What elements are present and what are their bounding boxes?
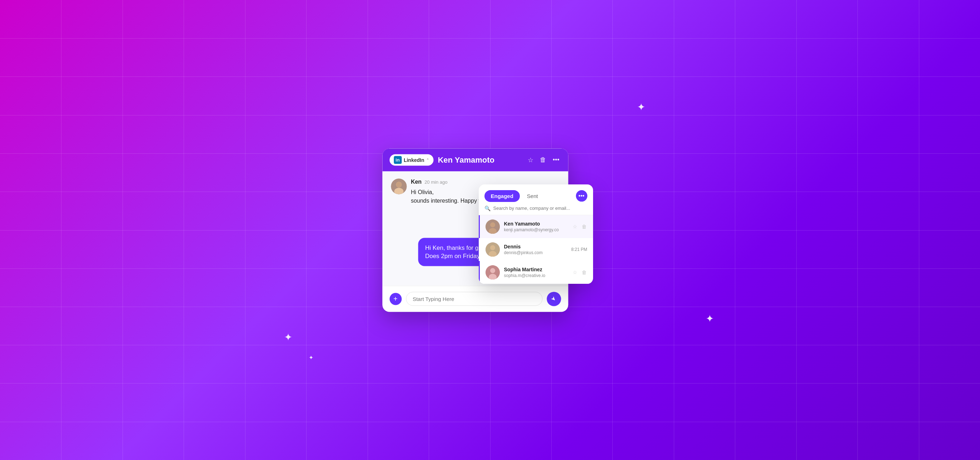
contact-item-sophia[interactable]: Sophia Martinez sophia.m@creative.io ☆ 🗑 bbox=[479, 261, 593, 284]
contact-avatar-sophia bbox=[485, 265, 500, 280]
svg-point-8 bbox=[490, 222, 495, 227]
avatar-ken bbox=[391, 178, 407, 194]
contact-item-dennis[interactable]: Dennis dennis@pinkus.com 8:21 PM bbox=[479, 238, 593, 261]
contact-time-dennis: 8:21 PM bbox=[571, 247, 587, 252]
delete-contact-button[interactable]: 🗑 bbox=[581, 223, 587, 230]
contact-avatar-dennis bbox=[485, 242, 500, 256]
contact-avatar-ken bbox=[485, 220, 500, 234]
star-button[interactable]: ☆ bbox=[526, 154, 535, 165]
contacts-header: Engaged Sent ••• bbox=[479, 185, 593, 202]
contacts-search-bar: 🔍 bbox=[479, 202, 593, 215]
chat-input-area: + ➤ bbox=[382, 286, 568, 312]
send-button[interactable]: ➤ bbox=[547, 292, 561, 306]
contact-email: kenji.yamamoto@synergy.co bbox=[504, 227, 568, 232]
contacts-more-button[interactable]: ••• bbox=[576, 190, 587, 202]
more-options-button[interactable]: ••• bbox=[551, 155, 561, 165]
chevron-down-icon: ⌃ bbox=[426, 158, 429, 162]
contacts-panel: Engaged Sent ••• 🔍 Ken Yamamoto kenji.ya… bbox=[479, 185, 593, 284]
star-contact-button[interactable]: ☆ bbox=[572, 269, 578, 276]
search-input[interactable] bbox=[493, 205, 587, 211]
contact-name: Ken Yamamoto bbox=[504, 221, 568, 227]
contact-info-sophia: Sophia Martinez sophia.m@creative.io bbox=[504, 267, 568, 278]
sparkle-decoration: ✦ bbox=[309, 354, 313, 361]
contact-email: sophia.m@creative.io bbox=[504, 273, 568, 278]
delete-contact-button[interactable]: 🗑 bbox=[581, 269, 587, 276]
svg-point-3 bbox=[396, 181, 402, 187]
contact-info-ken: Ken Yamamoto kenji.yamamoto@synergy.co bbox=[504, 221, 568, 232]
delete-button[interactable]: 🗑 bbox=[538, 155, 548, 165]
contact-info-dennis: Dennis dennis@pinkus.com bbox=[504, 244, 567, 255]
message-input[interactable] bbox=[406, 292, 542, 306]
add-attachment-button[interactable]: + bbox=[390, 293, 402, 305]
contact-name: Sophia Martinez bbox=[504, 267, 568, 272]
search-icon: 🔍 bbox=[484, 205, 490, 211]
message-sender-name: Ken bbox=[411, 178, 422, 185]
header-actions: ☆ 🗑 ••• bbox=[526, 154, 561, 165]
contact-actions-sophia: ☆ 🗑 bbox=[572, 269, 587, 276]
linkedin-icon: in bbox=[394, 156, 402, 164]
platform-selector[interactable]: in LinkedIn ⌃ bbox=[390, 154, 434, 166]
sparkle-decoration: ✦ bbox=[284, 331, 292, 343]
tab-sent[interactable]: Sent bbox=[523, 190, 542, 202]
send-icon: ➤ bbox=[550, 295, 558, 303]
sparkle-decoration: ✦ bbox=[637, 101, 645, 113]
contact-item-ken[interactable]: Ken Yamamoto kenji.yamamoto@synergy.co ☆… bbox=[479, 215, 593, 238]
chat-header: in LinkedIn ⌃ Ken Yamamoto ☆ 🗑 ••• bbox=[382, 148, 568, 171]
tab-engaged[interactable]: Engaged bbox=[484, 190, 520, 202]
svg-point-14 bbox=[490, 268, 495, 273]
platform-label: LinkedIn bbox=[404, 157, 425, 162]
chat-title: Ken Yamamoto bbox=[438, 155, 522, 164]
plus-icon: + bbox=[393, 295, 398, 303]
contact-email: dennis@pinkus.com bbox=[504, 250, 567, 255]
star-contact-button[interactable]: ☆ bbox=[572, 223, 578, 230]
contact-name: Dennis bbox=[504, 244, 567, 250]
svg-point-11 bbox=[490, 245, 495, 250]
sparkle-decoration: ✦ bbox=[706, 313, 714, 325]
contact-actions-ken: ☆ 🗑 bbox=[572, 223, 587, 230]
message-timestamp: 20 min ago bbox=[425, 179, 447, 185]
